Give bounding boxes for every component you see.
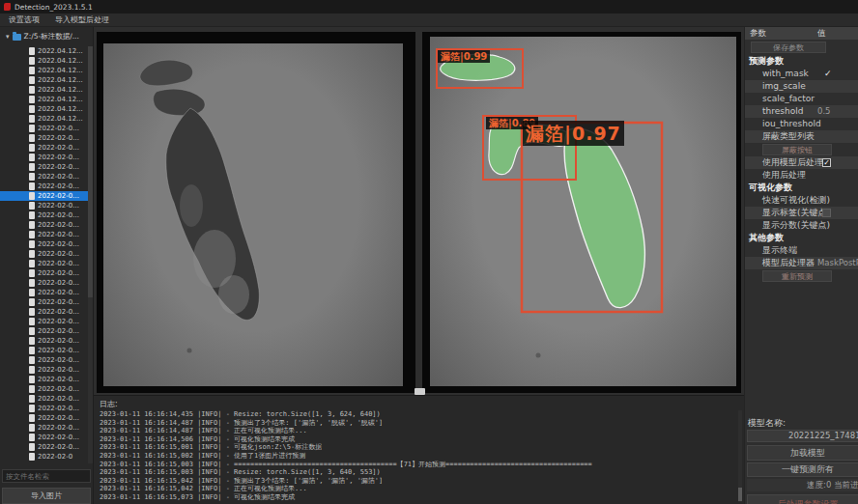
param-row[interactable]: scale_factor [745, 93, 858, 105]
predict-all-button[interactable]: 一键预测所有 [747, 462, 858, 477]
file-item[interactable]: 2022-02-0... [0, 346, 89, 355]
file-item[interactable]: 2022-02-0... [0, 317, 89, 326]
param-row-value[interactable]: MaskPostPro [817, 257, 858, 269]
file-icon [29, 163, 35, 171]
tree-root-folder[interactable]: ▾ Z:/5-标注数据/... [0, 31, 79, 42]
file-icon [29, 240, 35, 248]
file-icon [29, 443, 35, 451]
param-action-button[interactable]: 屏蔽按钮 [762, 144, 832, 155]
file-item[interactable]: 2022-02-0... [0, 423, 89, 433]
file-item[interactable]: 2022-02-0... [0, 278, 89, 288]
param-rows: 预测参数with_mask✓img_scalescale_factorthres… [745, 55, 858, 282]
param-row[interactable]: 显示终端 [745, 244, 858, 257]
file-item[interactable]: 2022-02-0... [0, 210, 89, 220]
file-item-label: 2022.04.12... [38, 115, 83, 123]
menu-settings[interactable]: 设置选项 [9, 14, 40, 25]
file-item[interactable]: 2022-02-0... [0, 220, 89, 230]
param-row-label: 模型后处理器 [762, 258, 815, 267]
panel-splitter-handle[interactable] [415, 388, 425, 395]
file-item[interactable]: 2022-02-0... [0, 201, 89, 210]
param-row-label: img_scale [762, 81, 806, 91]
file-item[interactable]: 2022-02-0... [0, 191, 89, 201]
file-item[interactable]: 2022-02-0... [0, 172, 89, 182]
log-scrollbar-thumb[interactable] [738, 488, 742, 501]
file-item-label: 2022-02-0... [38, 405, 79, 412]
file-item[interactable]: 2022.04.12... [0, 85, 89, 95]
param-row[interactable]: 模型后处理器MaskPostPro [745, 257, 858, 269]
checkbox-checked[interactable]: ✓ [822, 158, 831, 167]
file-item[interactable]: 2022-02-0... [0, 365, 89, 375]
import-images-button[interactable]: 导入图片 [2, 488, 91, 504]
file-item[interactable]: 2022.04.12... [0, 114, 89, 124]
file-item[interactable]: 2022-02-0... [0, 143, 89, 153]
file-item[interactable]: 2022.04.12... [0, 56, 89, 66]
file-item-label: 2022-02-0... [38, 240, 79, 248]
file-item[interactable]: 2022.04.12... [0, 104, 89, 114]
file-item[interactable]: 2022-02-0... [0, 336, 89, 346]
file-item[interactable]: 2022-02-0... [0, 355, 89, 365]
load-model-button[interactable]: 加载模型 [747, 445, 858, 461]
param-header-value: 值 [817, 27, 826, 40]
file-item[interactable]: 2022-02-0... [0, 268, 89, 278]
file-item[interactable]: 2022-02-0... [0, 384, 89, 394]
log-lines[interactable]: 2023-01-11 16:16:14,435 |INFO| - Resize:… [100, 410, 736, 502]
menu-import-postprocess[interactable]: 导入模型后处理 [55, 14, 109, 25]
param-action-button[interactable]: 重新预测 [762, 270, 832, 282]
file-icon [29, 57, 35, 65]
file-item[interactable]: 2022-02-0... [0, 297, 89, 307]
file-item[interactable]: 2022-02-0... [0, 442, 89, 452]
file-item[interactable]: 2022-02-0... [0, 288, 89, 297]
file-item[interactable]: 2022-02-0... [0, 404, 89, 413]
file-item[interactable]: 2022-02-0... [0, 153, 89, 162]
file-item[interactable]: 2022-02-0... [0, 133, 89, 143]
file-item[interactable]: 2022-02-0... [0, 375, 89, 384]
file-item[interactable]: 2022-02-0... [0, 394, 89, 404]
file-item[interactable]: 2022-02-0... [0, 307, 89, 317]
viewer-area: 漏箔|0.99 漏箔|0.89 漏箔|0.97 日志: 2023-01-11 1… [94, 27, 744, 504]
param-row[interactable]: 使用模型后处理✓ [745, 156, 858, 169]
param-row[interactable]: 显示分数(关键点) [745, 219, 858, 232]
file-item[interactable]: 2022-02-0... [0, 239, 89, 249]
param-row[interactable]: 显示标签(关键点) [745, 207, 858, 219]
file-item[interactable]: 2022-02-0... [0, 326, 89, 336]
file-item-label: 2022-02-0... [38, 434, 79, 441]
log-line: 2023-01-11 16:16:15,001 |INFO| - 可视化json… [100, 443, 736, 452]
sidebar-scrollbar-thumb[interactable] [88, 46, 93, 297]
file-item[interactable]: 2022-02-0 [0, 452, 89, 462]
file-item[interactable]: 2022-02-0... [0, 230, 89, 239]
postprocess-settings-button[interactable]: 后处理参数设置 [747, 494, 858, 504]
save-params-button[interactable]: 保存参数 [751, 42, 826, 53]
file-item[interactable]: 2022-02-0... [0, 162, 89, 172]
file-item[interactable]: 2022.04.12... [0, 46, 89, 56]
file-item[interactable]: 2022.04.12... [0, 95, 89, 104]
param-row-label: with_mask [762, 69, 809, 78]
detection-label-1: 漏箔|0.99 [438, 50, 490, 63]
file-item[interactable]: 2022-02-0... [0, 433, 89, 442]
file-item[interactable]: 2022.04.12... [0, 75, 89, 85]
param-row-value[interactable]: 0.5 [817, 105, 831, 118]
param-row[interactable]: 使用后处理 [745, 169, 858, 182]
checkbox-empty[interactable] [822, 209, 831, 217]
file-item[interactable]: 2022.04.12... [0, 66, 89, 75]
file-item[interactable]: 2022-02-0... [0, 249, 89, 259]
param-row[interactable]: threshold0.5 [745, 105, 858, 118]
param-section-label: 其他参数 [745, 232, 858, 244]
param-row[interactable]: iou_threshold [745, 118, 858, 130]
file-item[interactable]: 2022-02-0... [0, 182, 89, 191]
file-item-label: 2022.04.12... [38, 86, 83, 94]
param-row[interactable]: img_scale [745, 80, 858, 93]
file-item-label: 2022-02-0... [38, 154, 79, 161]
file-item-label: 2022-02-0... [38, 134, 79, 142]
file-item[interactable]: 2022-02-0... [0, 413, 89, 423]
search-input[interactable] [2, 469, 91, 483]
file-item-label: 2022-02-0... [38, 347, 79, 354]
param-row[interactable]: with_mask✓ [745, 68, 858, 80]
file-icon [29, 405, 35, 412]
param-row[interactable]: 快速可视化(检测) [745, 194, 858, 207]
param-row[interactable]: 屏蔽类型列表 [745, 130, 858, 143]
tree-expand-icon[interactable]: ▾ [6, 33, 10, 41]
file-item[interactable]: 2022-02-0... [0, 124, 89, 133]
model-name-field[interactable]: 20221225_174813 [747, 430, 858, 442]
file-item[interactable]: 2022-02-0... [0, 259, 89, 268]
file-item-label: 2022-02-0... [38, 337, 79, 345]
